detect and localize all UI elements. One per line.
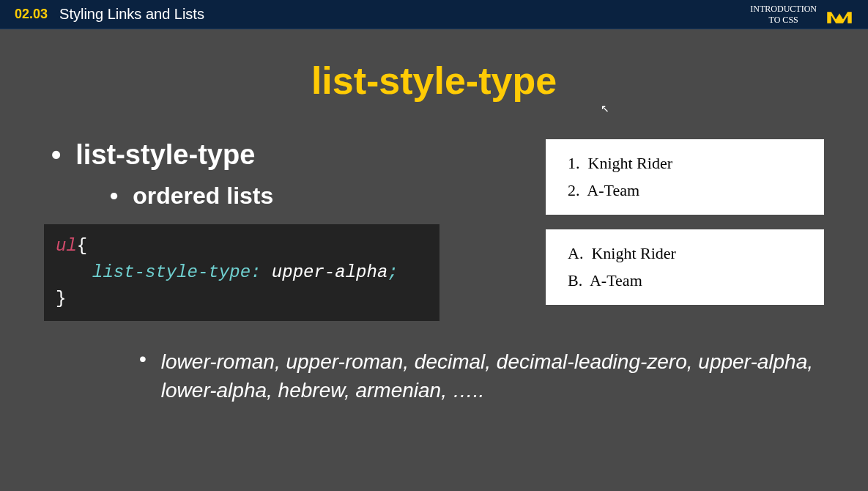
item-text: A-Team <box>590 271 642 289</box>
list-item: B. A-Team <box>568 267 809 294</box>
header: 02.03 Styling Links and Lists INTRODUCTI… <box>0 0 868 29</box>
cursor-icon: ↖ <box>601 103 609 114</box>
course-line2: TO CSS <box>750 15 817 25</box>
list-item: 1. Knight Rider <box>568 149 809 177</box>
bullet-sub-text: ordered lists <box>133 182 273 210</box>
lesson-number: 02.03 <box>15 7 48 22</box>
code-brace-open: { <box>77 236 87 256</box>
right-column: 1. Knight Rider 2. A-Team A. Knight Ride… <box>546 139 824 321</box>
michigan-logo-icon <box>826 4 853 25</box>
values-bullet-icon: • <box>139 347 146 371</box>
code-selector: ul <box>56 236 77 256</box>
item-text: Knight Rider <box>588 154 673 172</box>
example-decimal: 1. Knight Rider 2. A-Team <box>546 139 824 215</box>
item-marker: 1. <box>568 154 580 172</box>
slide-content: list-style-type list-style-type ordered … <box>0 59 868 405</box>
example-upper-alpha: A. Knight Rider B. A-Team <box>546 229 824 305</box>
course-line1: INTRODUCTION <box>750 4 817 14</box>
header-left: 02.03 Styling Links and Lists <box>15 6 204 23</box>
item-marker: B. <box>568 271 582 289</box>
item-marker: A. <box>568 244 583 262</box>
content-row: list-style-type ordered lists ul{ list-s… <box>44 139 824 321</box>
item-marker: 2. <box>568 181 580 199</box>
values-row: • lower-roman, upper-roman, decimal, dec… <box>139 347 824 405</box>
slide-title: list-style-type <box>44 59 824 103</box>
code-brace-close: } <box>56 289 66 309</box>
item-text: Knight Rider <box>591 244 676 262</box>
header-right: INTRODUCTION TO CSS <box>750 4 853 25</box>
left-column: list-style-type ordered lists ul{ list-s… <box>44 139 524 321</box>
course-label: INTRODUCTION TO CSS <box>750 4 817 25</box>
code-block: ul{ list-style-type: upper-alpha; } <box>44 224 439 321</box>
list-item: 2. A-Team <box>568 177 809 204</box>
code-property: list-style-type: upper-alpha; <box>92 262 398 282</box>
lesson-title: Styling Links and Lists <box>59 6 204 23</box>
item-text: A-Team <box>587 181 639 199</box>
bullet-sub: ordered lists <box>110 182 524 210</box>
bullet-main: list-style-type <box>44 139 524 171</box>
code-value: upper-alpha <box>272 262 387 282</box>
bullet-main-text: list-style-type <box>75 139 255 171</box>
values-text: lower-roman, upper-roman, decimal, decim… <box>161 347 824 405</box>
list-item: A. Knight Rider <box>568 240 809 267</box>
